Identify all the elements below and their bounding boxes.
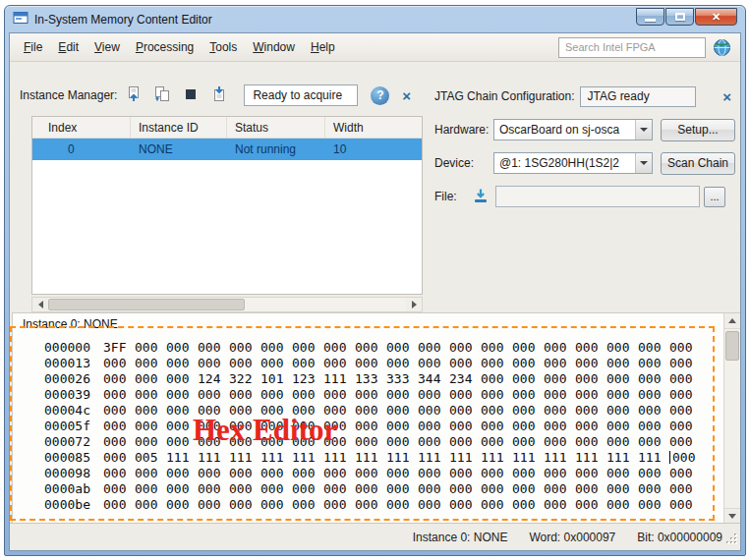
hex-word[interactable]: 000 bbox=[229, 340, 253, 355]
hex-word[interactable]: 000 bbox=[386, 419, 410, 433]
hex-word[interactable]: 000 bbox=[292, 466, 316, 480]
hex-word[interactable]: 000 bbox=[669, 481, 693, 496]
hex-word[interactable]: 000 bbox=[355, 403, 378, 418]
hex-word[interactable]: 000 bbox=[260, 419, 284, 433]
stop-button[interactable] bbox=[179, 84, 202, 107]
hex-word[interactable]: 000 bbox=[512, 403, 536, 418]
hex-word[interactable]: 000 bbox=[669, 340, 693, 355]
hex-word[interactable]: 000 bbox=[449, 356, 473, 370]
hex-word[interactable]: 000 bbox=[418, 466, 441, 480]
hex-word[interactable]: 000 bbox=[135, 356, 158, 370]
hex-word[interactable]: 123 bbox=[292, 371, 316, 386]
scroll-up-arrow[interactable] bbox=[724, 313, 740, 329]
hex-word[interactable]: 000 bbox=[103, 466, 127, 480]
hex-word[interactable]: 000 bbox=[386, 340, 410, 355]
hex-word[interactable]: 111 bbox=[481, 450, 504, 465]
hex-word[interactable]: 000 bbox=[386, 466, 410, 480]
hex-word[interactable]: 111 bbox=[575, 450, 599, 465]
hex-word[interactable]: 000 bbox=[355, 356, 378, 370]
hex-word[interactable]: 000 bbox=[481, 387, 504, 402]
hex-word[interactable]: 000 bbox=[292, 434, 316, 449]
hex-word[interactable]: 000 bbox=[135, 371, 158, 386]
hex-word[interactable]: 000 bbox=[638, 356, 662, 370]
hex-word[interactable]: 000 bbox=[606, 466, 630, 480]
hex-word[interactable]: 000 bbox=[386, 403, 410, 418]
hex-word[interactable]: 000 bbox=[449, 481, 473, 496]
hex-word[interactable]: 322 bbox=[229, 371, 253, 386]
hex-word[interactable]: 000 bbox=[198, 466, 221, 480]
hex-word[interactable]: 000 bbox=[260, 481, 284, 496]
hex-word[interactable]: 000 bbox=[575, 434, 599, 449]
hex-word[interactable]: 000 bbox=[355, 387, 378, 402]
hex-word[interactable]: 000 bbox=[512, 419, 536, 433]
hex-word[interactable]: 000 bbox=[135, 466, 158, 480]
hex-word[interactable]: 000 bbox=[260, 466, 284, 480]
hex-word[interactable]: 000 bbox=[606, 340, 630, 355]
scroll-down-arrow[interactable] bbox=[724, 508, 740, 524]
hex-word[interactable]: 000 bbox=[481, 340, 504, 355]
hex-word[interactable]: 000 bbox=[638, 497, 662, 512]
acquire-data-button[interactable] bbox=[122, 84, 145, 107]
hex-word[interactable]: 000 bbox=[575, 356, 599, 370]
hex-word[interactable]: 000 bbox=[135, 419, 158, 433]
hex-word[interactable]: 000 bbox=[575, 466, 599, 480]
hscroll-track[interactable] bbox=[48, 298, 406, 311]
hex-word[interactable]: 000 bbox=[544, 387, 567, 402]
hex-word[interactable]: 000 bbox=[481, 419, 504, 433]
hex-word[interactable]: 000 bbox=[229, 356, 253, 370]
hex-word[interactable]: 000 bbox=[323, 466, 347, 480]
hex-word[interactable]: 000 bbox=[544, 481, 567, 496]
hex-word[interactable]: 000 bbox=[103, 497, 127, 512]
hex-word[interactable]: 000 bbox=[449, 340, 473, 355]
hex-word[interactable]: 000 bbox=[575, 481, 599, 496]
hex-word[interactable]: 000 bbox=[198, 356, 221, 370]
hex-word[interactable]: 000 bbox=[606, 403, 630, 418]
hex-word[interactable]: 000 bbox=[386, 387, 410, 402]
hex-word[interactable]: 234 bbox=[449, 371, 473, 386]
hex-word[interactable]: 000 bbox=[418, 481, 441, 496]
hex-word[interactable]: 000 bbox=[135, 434, 158, 449]
hex-word[interactable]: 133 bbox=[355, 371, 378, 386]
hex-word[interactable]: 111 bbox=[386, 450, 410, 465]
hex-word[interactable]: 000 bbox=[355, 340, 378, 355]
hex-word[interactable]: 000 bbox=[669, 356, 693, 370]
hex-word[interactable]: 000 bbox=[103, 434, 127, 449]
hex-word[interactable]: 000 bbox=[575, 340, 599, 355]
device-select[interactable]: @1: 1SG280HH(1S2|2 bbox=[493, 152, 653, 174]
hex-word[interactable]: 000 bbox=[512, 434, 536, 449]
hex-word[interactable]: 000 bbox=[669, 371, 693, 386]
hex-word[interactable]: 000 bbox=[512, 356, 536, 370]
hex-word[interactable]: 000 bbox=[669, 419, 693, 433]
hex-word[interactable]: 000 bbox=[355, 497, 378, 512]
minimize-button[interactable] bbox=[636, 8, 664, 26]
hex-word[interactable]: 000 bbox=[418, 497, 441, 512]
column-header-status[interactable]: Status bbox=[227, 117, 325, 138]
hex-word[interactable]: 000 bbox=[512, 466, 536, 480]
hex-word[interactable]: 000 bbox=[669, 434, 693, 449]
hex-word[interactable]: 000 bbox=[260, 497, 284, 512]
hex-word[interactable]: 000 bbox=[544, 356, 567, 370]
hex-word[interactable]: 000 bbox=[135, 403, 158, 418]
hex-word[interactable]: 000 bbox=[166, 481, 190, 496]
hex-word[interactable]: 000 bbox=[103, 387, 127, 402]
hex-word[interactable]: 000 bbox=[198, 481, 221, 496]
hex-word[interactable]: 111 bbox=[355, 450, 378, 465]
instance-manager-close-button[interactable]: × bbox=[402, 88, 411, 103]
hex-word[interactable]: 000 bbox=[512, 371, 536, 386]
hex-word[interactable]: 000 bbox=[135, 340, 158, 355]
hex-word[interactable]: 000 bbox=[229, 481, 253, 496]
hex-word[interactable]: 005 bbox=[135, 450, 158, 465]
hex-word[interactable]: 000 bbox=[669, 387, 693, 402]
hex-word[interactable]: 000 bbox=[386, 434, 410, 449]
scan-chain-button[interactable]: Scan Chain bbox=[661, 152, 735, 175]
hex-word[interactable]: 000 bbox=[449, 434, 473, 449]
hex-word[interactable]: 000 bbox=[638, 403, 662, 418]
hex-word[interactable]: 344 bbox=[418, 371, 441, 386]
hex-word[interactable]: 000 bbox=[606, 356, 630, 370]
hex-word[interactable]: 000 bbox=[449, 466, 473, 480]
hex-word[interactable]: 000 bbox=[198, 340, 221, 355]
hex-word[interactable]: 000 bbox=[544, 340, 567, 355]
hex-word[interactable]: 000 bbox=[323, 434, 347, 449]
column-header-index[interactable]: Index bbox=[32, 117, 131, 138]
setup-button[interactable]: Setup... bbox=[661, 119, 735, 141]
